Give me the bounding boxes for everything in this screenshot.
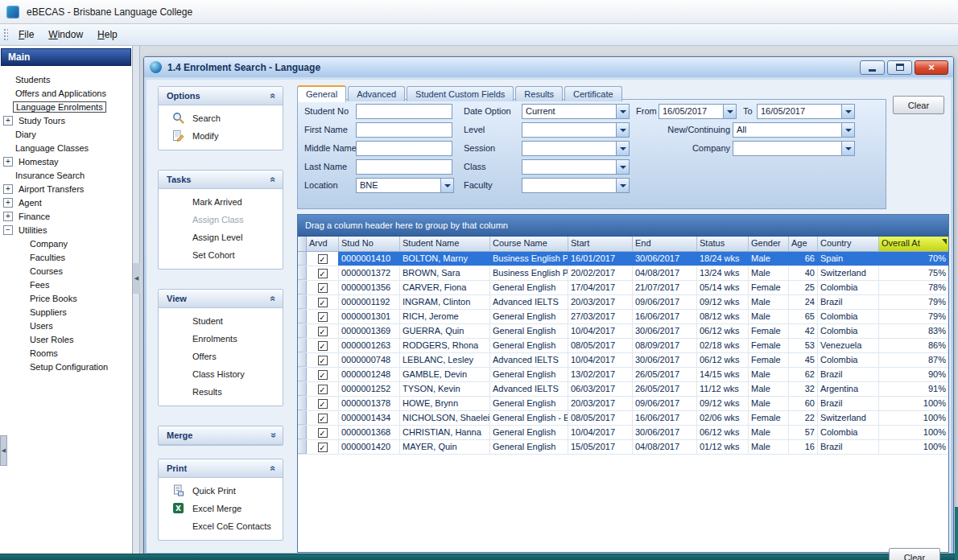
student-no-input[interactable] (356, 104, 452, 119)
table-row[interactable]: ✓0000001368CHRISTIAN, HannaGeneral Engli… (298, 426, 948, 440)
arrived-checkbox[interactable]: ✓ (318, 283, 328, 293)
tab-results[interactable]: Results (515, 86, 563, 101)
expand-icon[interactable]: + (3, 116, 13, 126)
edge-collapse-handle[interactable]: ◀ (0, 435, 7, 466)
clear-button[interactable]: Clear (893, 96, 944, 114)
collapse-left-icon[interactable]: ◀ (133, 263, 140, 294)
panel-item-modify[interactable]: Modify (159, 127, 283, 145)
chevron-down-icon[interactable] (616, 179, 629, 192)
panel-item-quick-print[interactable]: Quick Print (159, 482, 283, 500)
chevron-down-icon[interactable] (841, 105, 854, 118)
new-continuing-select[interactable]: All (733, 122, 855, 138)
menu-file[interactable]: File (11, 26, 41, 43)
arrived-checkbox[interactable]: ✓ (318, 356, 328, 365)
chevron-up-icon[interactable]: « (268, 296, 279, 302)
panel-item-mark-arrived[interactable]: Mark Arrived (159, 193, 283, 211)
arrived-checkbox[interactable]: ✓ (318, 312, 328, 322)
table-row[interactable]: ✓0000001248GAMBLE, DevinGeneral English1… (298, 368, 948, 382)
table-row[interactable]: ✓0000001372BROWN, SaraBusiness English P… (298, 266, 948, 281)
column-header-course-name[interactable]: Course Name (490, 237, 568, 251)
date-option-select[interactable]: Current (522, 104, 630, 119)
expand-icon[interactable]: + (3, 198, 13, 208)
panel-item-set-cohort[interactable]: Set Cohort (159, 246, 283, 264)
column-header-overall-at[interactable]: Overall At (879, 237, 948, 251)
sidebar-item-courses[interactable]: Courses (0, 264, 132, 278)
chevron-up-icon[interactable]: « (268, 177, 279, 183)
column-header-gender[interactable]: Gender (749, 237, 789, 251)
column-header-start[interactable]: Start (568, 237, 633, 251)
table-row[interactable]: ✓0000001356CARVER, FionaGeneral English1… (298, 281, 948, 295)
chevron-down-icon[interactable] (616, 105, 629, 118)
panel-header-print[interactable]: Print« (159, 459, 283, 478)
tab-advanced[interactable]: Advanced (348, 86, 405, 101)
sidebar-item-language-classes[interactable]: Language Classes (0, 141, 132, 154)
chevron-down-icon[interactable] (841, 142, 854, 155)
arrived-checkbox[interactable]: ✓ (318, 370, 328, 380)
sidebar-item-rooms[interactable]: Rooms (0, 346, 132, 360)
chevron-down-icon[interactable]: « (268, 433, 279, 439)
chevron-down-icon[interactable] (841, 123, 854, 137)
column-header-status[interactable]: Status (697, 237, 749, 251)
sidebar-item-users[interactable]: Users (0, 319, 132, 332)
collapse-icon[interactable]: − (3, 225, 13, 235)
arrived-checkbox[interactable]: ✓ (318, 327, 328, 336)
table-row[interactable]: ✓0000001192INGRAM, ClintonAdvanced IELTS… (298, 295, 948, 310)
panel-header-tasks[interactable]: Tasks« (159, 171, 283, 189)
sidebar-item-suppliers[interactable]: Suppliers (0, 305, 132, 319)
window-title-bar[interactable]: 1.4 Enrolment Search - Language × (144, 57, 953, 77)
arrived-checkbox[interactable]: ✓ (318, 414, 328, 423)
arrived-checkbox[interactable]: ✓ (318, 399, 328, 409)
middle-name-input[interactable] (356, 141, 452, 156)
arrived-checkbox[interactable]: ✓ (318, 269, 328, 278)
to-date-select[interactable]: 16/05/2017 (757, 104, 855, 119)
menu-window[interactable]: Window (41, 26, 90, 43)
company-select[interactable] (733, 141, 855, 156)
panel-item-student[interactable]: Student (159, 312, 283, 330)
menu-help[interactable]: Help (90, 26, 125, 43)
panel-item-assign-level[interactable]: Assign Level (159, 229, 283, 246)
sidebar-item-diary[interactable]: Diary (0, 127, 132, 141)
from-date-select[interactable]: 16/05/2017 (659, 104, 737, 119)
table-row[interactable]: ✓0000001369GUERRA, QuinGeneral English10… (298, 324, 948, 339)
expand-icon[interactable]: + (3, 184, 13, 194)
sidebar-item-finance[interactable]: +Finance (0, 209, 132, 223)
table-row[interactable]: ✓0000001301RICH, JeromeGeneral English27… (298, 310, 948, 324)
close-button[interactable]: × (915, 60, 948, 75)
first-name-input[interactable] (356, 122, 452, 138)
location-select[interactable]: BNE (356, 178, 454, 193)
arrived-checkbox[interactable]: ✓ (318, 428, 328, 438)
sidebar-item-setup-configuration[interactable]: Setup Configuration (0, 360, 132, 373)
chevron-down-icon[interactable] (616, 160, 629, 174)
sidebar-splitter[interactable]: ◀ (133, 46, 140, 554)
chevron-up-icon[interactable]: « (268, 93, 279, 99)
chevron-down-icon[interactable] (723, 105, 736, 118)
column-header-end[interactable]: End (633, 237, 697, 251)
tab-general[interactable]: General (297, 85, 346, 102)
column-header-arvd[interactable]: Arvd (307, 237, 339, 251)
table-row[interactable]: ✓0000001263RODGERS, RhonaGeneral English… (298, 339, 948, 353)
bottom-clear-button[interactable]: Clear (889, 548, 940, 560)
minimize-button[interactable] (860, 60, 885, 75)
panel-item-offers[interactable]: Offers (159, 348, 283, 365)
column-header-country[interactable]: Country (818, 237, 879, 251)
sidebar-item-fees[interactable]: Fees (0, 278, 132, 291)
sidebar-item-utilities[interactable]: −Utilities (0, 223, 132, 237)
expand-icon[interactable]: + (3, 157, 13, 167)
sidebar-item-airport-transfers[interactable]: +Airport Transfers (0, 182, 132, 196)
sidebar-item-user-roles[interactable]: User Roles (0, 332, 132, 346)
arrived-checkbox[interactable]: ✓ (318, 341, 328, 351)
panel-item-results[interactable]: Results (159, 383, 283, 401)
last-name-input[interactable] (356, 159, 452, 175)
sidebar-item-price-books[interactable]: Price Books (0, 291, 132, 305)
class-select[interactable] (522, 159, 630, 175)
table-row[interactable]: ✓0000001252TYSON, KevinAdvanced IELTS06/… (298, 382, 948, 397)
column-header-student-name[interactable]: Student Name (400, 237, 490, 251)
sidebar-item-faculties[interactable]: Faculties (0, 250, 132, 264)
sidebar-item-company[interactable]: Company (0, 237, 132, 250)
tab-student-custom-fields[interactable]: Student Custom Fields (407, 86, 514, 101)
arrived-checkbox[interactable]: ✓ (318, 298, 328, 307)
level-select[interactable] (522, 122, 630, 138)
table-row[interactable]: ✓0000001378HOWE, BrynnGeneral English20/… (298, 397, 948, 411)
arrived-checkbox[interactable]: ✓ (318, 443, 328, 452)
sidebar-item-offers-and-applications[interactable]: Offers and Applications (0, 86, 132, 100)
